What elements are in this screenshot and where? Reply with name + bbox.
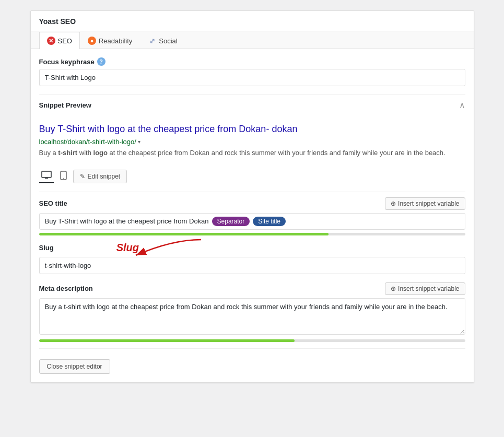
seo-title-label: SEO title — [39, 199, 67, 207]
site-title-tag[interactable]: Site title — [253, 217, 286, 226]
focus-keyphrase-help-icon[interactable]: ? — [97, 57, 106, 66]
seo-title-prefix: Buy T-Shirt with logo at the cheapest pr… — [45, 217, 209, 225]
svg-rect-0 — [42, 171, 51, 178]
panel-body: Focus keyphrase ? Snippet Preview ∧ Buy … — [31, 49, 474, 374]
snippet-title: Buy T-Shirt with logo at the cheapest pr… — [39, 123, 465, 136]
svg-point-3 — [63, 178, 64, 179]
slug-annotation: Slug — [116, 242, 139, 254]
social-tab-icon: ⤢ — [148, 37, 156, 45]
snippet-preview-header: Snippet Preview ∧ — [39, 100, 465, 110]
meta-description-insert-snippet-btn[interactable]: ⊕ Insert snippet variable — [385, 282, 465, 295]
divider-1 — [39, 95, 465, 95]
snippet-description: Buy a t-shirt with logo at the cheapest … — [39, 148, 465, 158]
meta-description-label: Meta description — [39, 285, 93, 292]
meta-description-section: Meta description ⊕ Insert snippet variab… — [39, 282, 465, 342]
snippet-preview-title: Snippet Preview — [39, 101, 91, 109]
slug-input-wrapper — [39, 257, 465, 274]
snippet-card: Buy T-Shirt with logo at the cheapest pr… — [39, 116, 465, 164]
mobile-view-btn[interactable] — [58, 170, 69, 183]
seo-title-insert-snippet-btn[interactable]: ⊕ Insert snippet variable — [385, 197, 465, 210]
seo-tab-icon: ✕ — [47, 37, 55, 45]
plus-icon: ⊕ — [391, 200, 396, 207]
desktop-view-btn[interactable] — [39, 170, 54, 183]
separator-tag[interactable]: Separator — [212, 217, 250, 226]
snippet-preview-section: Snippet Preview ∧ Buy T-Shirt with logo … — [39, 100, 465, 183]
seo-title-progress-fill — [39, 233, 329, 235]
slug-section: Slug Slug — [39, 242, 465, 274]
seo-title-input[interactable]: Buy T-Shirt with logo at the cheapest pr… — [39, 213, 465, 230]
seo-title-header: SEO title ⊕ Insert snippet variable — [39, 197, 465, 210]
edit-pencil-icon: ✎ — [80, 173, 85, 180]
snippet-url: localhost/dokan/t-shirt-with-logo/ ▾ — [39, 138, 465, 146]
divider-2 — [39, 192, 465, 192]
readability-tab-icon: ● — [88, 37, 96, 45]
tab-bar: ✕ SEO ● Readability ⤢ Social — [31, 31, 474, 49]
collapse-icon[interactable]: ∧ — [459, 100, 465, 110]
seo-title-progress-bar — [39, 233, 465, 235]
yoast-seo-panel: Yoast SEO ✕ SEO ● Readability ⤢ Social F… — [30, 10, 474, 383]
plus-icon-meta: ⊕ — [391, 285, 396, 292]
tab-social-label: Social — [159, 37, 177, 45]
divider-3 — [39, 348, 465, 349]
tab-readability-label: Readability — [99, 37, 132, 45]
svg-rect-1 — [45, 178, 48, 179]
close-snippet-editor-btn[interactable]: Close snippet editor — [39, 359, 110, 374]
meta-description-progress-bar — [39, 339, 465, 342]
tab-social[interactable]: ⤢ Social — [140, 32, 185, 49]
meta-description-header: Meta description ⊕ Insert snippet variab… — [39, 282, 465, 295]
edit-snippet-btn[interactable]: ✎ Edit snippet — [73, 170, 127, 183]
tab-readability[interactable]: ● Readability — [80, 32, 140, 49]
slug-label-row: Slug Slug — [39, 242, 465, 254]
slug-label: Slug — [39, 244, 54, 252]
tab-seo-label: SEO — [58, 37, 72, 45]
focus-keyphrase-input[interactable] — [39, 69, 465, 86]
seo-title-section: SEO title ⊕ Insert snippet variable Buy … — [39, 197, 465, 235]
meta-description-progress-fill — [39, 339, 295, 342]
focus-keyphrase-label: Focus keyphrase ? — [39, 57, 465, 66]
meta-description-input[interactable]: Buy a t-shirt with logo at the cheapest … — [39, 298, 465, 335]
panel-title: Yoast SEO — [31, 11, 474, 31]
tab-seo[interactable]: ✕ SEO — [39, 32, 80, 49]
focus-keyphrase-section: Focus keyphrase ? — [39, 57, 465, 86]
snippet-actions: ✎ Edit snippet — [39, 170, 465, 183]
slug-input[interactable] — [39, 257, 465, 274]
url-dropdown-arrow[interactable]: ▾ — [138, 139, 140, 145]
